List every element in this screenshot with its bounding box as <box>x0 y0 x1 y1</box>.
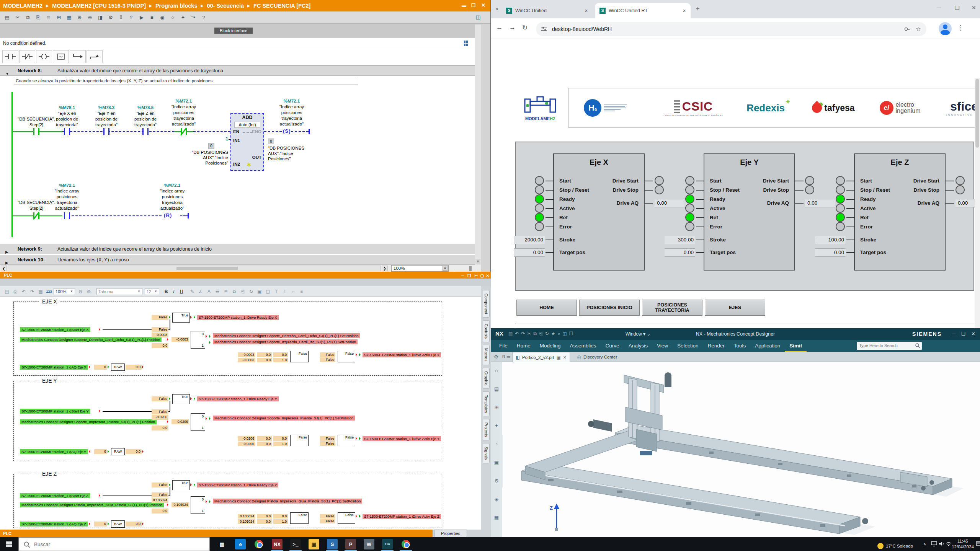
add-block[interactable]: ADD Auto (Int) EN ENO IN1 IN2 OUT ∗ <box>230 113 264 171</box>
notification-icon[interactable] <box>976 541 980 551</box>
history-icon[interactable]: ◔ <box>492 440 501 448</box>
profile-avatar[interactable] <box>939 22 952 35</box>
numeric-display-icon[interactable]: 123 <box>45 288 53 295</box>
operand-label[interactable]: %M72.1"Indice arrayposicionestrayectoria… <box>45 183 89 211</box>
nx-menu-view[interactable]: View <box>652 340 673 352</box>
nx-menu-render[interactable]: Render <box>703 340 729 352</box>
horizontal-scrollbar[interactable] <box>8 266 381 271</box>
copy-icon[interactable]: ⧉ <box>24 13 32 22</box>
breadcrumb-item[interactable]: MODELAMEH2 [CPU 1516-3 PN/DP] <box>52 3 146 9</box>
contact-nc[interactable] <box>179 128 188 135</box>
window-menu[interactable]: Window ▾ ⌄ <box>626 331 650 337</box>
nx-search-box[interactable] <box>857 342 922 350</box>
operand-label[interactable]: %M78.5"Eje Z enposicion detrayectoria" <box>123 105 168 128</box>
back-icon[interactable]: ← <box>496 24 503 31</box>
scroll-right-icon[interactable]: ❯ <box>382 266 388 271</box>
expand-all-icon[interactable]: ⊕ <box>75 13 84 22</box>
chrome-rt-icon[interactable] <box>400 539 411 549</box>
button-posiciones-trayectoria[interactable]: POSICIONES TRAYECTORIA <box>642 300 702 316</box>
chrome-icon[interactable] <box>253 539 264 549</box>
contact-no[interactable] <box>141 128 150 135</box>
close-icon[interactable]: ✕ <box>481 2 485 8</box>
gear-icon[interactable]: ⚙ <box>494 354 498 360</box>
download-icon[interactable]: ⇩ <box>117 13 125 22</box>
set-coil[interactable]: ( S ) <box>282 128 291 134</box>
start-cpu-icon[interactable]: ▶ <box>137 13 146 22</box>
coil-icon[interactable] <box>36 50 52 63</box>
ladder-lad-icon[interactable]: ▦ <box>65 13 74 22</box>
input-signal-label[interactable]: S7-1500-ET200MP station_1 qAQ Eje Y <box>20 449 88 454</box>
button-posiciones-inicio[interactable]: POSICIONES INICIO <box>579 300 640 316</box>
and-block[interactable]: False <box>338 512 355 524</box>
save-project-icon[interactable]: ▤ <box>3 13 11 22</box>
not-block[interactable]: True <box>172 480 190 490</box>
operand-label[interactable]: %M72.1"Indice arrayposicionestrayectoria… <box>270 98 314 127</box>
open-branch-icon[interactable] <box>70 50 86 63</box>
compile-icon[interactable]: ⚙ <box>106 13 115 22</box>
insert-row-icon[interactable]: ≣ <box>44 13 53 22</box>
align-bottom-icon[interactable]: ⊥ <box>281 288 289 295</box>
target-pos-field[interactable]: 0.00 <box>665 248 695 257</box>
tab-close-icon[interactable]: ✕ <box>683 8 686 13</box>
selector-block[interactable]: 01 <box>191 413 205 431</box>
reload-icon[interactable]: ↻ <box>522 24 528 32</box>
tia-portal-icon[interactable]: TIA <box>382 539 393 549</box>
maximize-icon[interactable]: ❐ <box>471 3 475 8</box>
clock[interactable]: 11:4512/04/2024 <box>950 538 975 550</box>
output-signal-label[interactable]: S7-1500-ET200MP station_1 iDrive Activ E… <box>363 436 441 441</box>
side-tab-signals[interactable]: Signals <box>483 443 490 463</box>
input-signal-label[interactable]: Mechatronics Concept Designer Soporte_Im… <box>20 419 157 424</box>
out-operand[interactable]: "DB POSICIONESAUX"."IndicePosiciones" <box>268 145 318 161</box>
nx-3d-viewport[interactable]: Z <box>502 362 980 537</box>
zoom-out-icon[interactable]: ⊖ <box>77 288 84 295</box>
button-ejes[interactable]: EJES <box>705 300 765 316</box>
contact-no[interactable] <box>62 212 72 219</box>
side-tab-component[interactable]: Component <box>483 290 490 318</box>
breadcrumb-item[interactable]: Program blocks <box>155 3 198 9</box>
print-icon[interactable]: ⎙ <box>11 288 19 295</box>
tab-search-chevron-icon[interactable]: ∨ <box>495 6 499 11</box>
monitor-off-icon[interactable]: ○ <box>168 13 177 22</box>
nx-menu-home[interactable]: Home <box>512 340 535 352</box>
align-top-icon[interactable]: ⊤ <box>273 288 280 295</box>
absolute-symbolic-icon[interactable]: ◨ <box>96 13 105 22</box>
line-color-icon[interactable]: ∠ <box>197 288 204 295</box>
network-comment[interactable]: Cuando se alcanza la posición de trayect… <box>14 77 358 85</box>
output-signal-label[interactable]: S7-1500-ET200MP station_1 iDrive Ready E… <box>197 315 279 320</box>
tab-wincc-unified-rt[interactable]: S WinCC Unified RT✕ <box>595 3 691 18</box>
search-input[interactable] <box>857 342 910 349</box>
align-justify-icon[interactable]: ≣ <box>222 288 230 295</box>
tab-wincc-unified[interactable]: S WinCC Unified✕ <box>501 3 593 18</box>
collapse-all-icon[interactable]: ⊖ <box>86 13 94 22</box>
nx-menu-curve[interactable]: Curve <box>601 340 624 352</box>
side-tab-projects[interactable]: Projects <box>483 419 490 440</box>
ramp-block[interactable]: False <box>290 512 309 524</box>
operand-label[interactable]: %M72.1"Indice arrayposicionestrayectoria… <box>150 183 194 211</box>
breadcrumb-item[interactable]: 00- Secuencia <box>207 3 244 9</box>
wincc-app-icon[interactable]: W <box>364 539 374 549</box>
display-tray-icon[interactable] <box>931 541 937 551</box>
raw-block[interactable]: RAW <box>111 364 125 371</box>
not-block[interactable]: True <box>172 394 190 404</box>
output-signal-label[interactable]: S7-1500-ET200MP station_1 iDrive Activ E… <box>363 352 441 357</box>
scroll-down-icon[interactable]: ∨ <box>475 259 480 264</box>
group-icon[interactable]: ▣ <box>256 288 263 295</box>
italic-icon[interactable]: I <box>170 288 178 295</box>
paste-format-icon[interactable]: ⎘ <box>239 288 247 295</box>
menu-dots-icon[interactable]: ⋮ <box>957 24 964 32</box>
nc-contact-icon[interactable] <box>19 50 35 63</box>
stroke-field[interactable]: 2000.00 <box>514 236 545 244</box>
ramp-block[interactable]: False <box>290 435 309 446</box>
jump-icon[interactable]: ↷ <box>189 13 198 22</box>
button-home[interactable]: HOME <box>516 300 577 316</box>
maximize-icon[interactable]: ❑ <box>955 5 960 11</box>
stroke-field[interactable]: 300.00 <box>665 236 695 244</box>
close-icon[interactable]: ✕ <box>971 331 975 337</box>
tab-close-icon[interactable]: ✕ <box>563 355 567 360</box>
simit-icon[interactable]: S <box>327 539 338 549</box>
contact-nc[interactable] <box>32 212 41 219</box>
contact-no[interactable] <box>62 128 72 135</box>
taskbar-search[interactable] <box>18 537 210 551</box>
reset-layout-icon[interactable]: R ▭ <box>502 354 510 359</box>
output-signal-label[interactable]: Mechatronics Concept Designer Soporte_De… <box>213 333 360 338</box>
